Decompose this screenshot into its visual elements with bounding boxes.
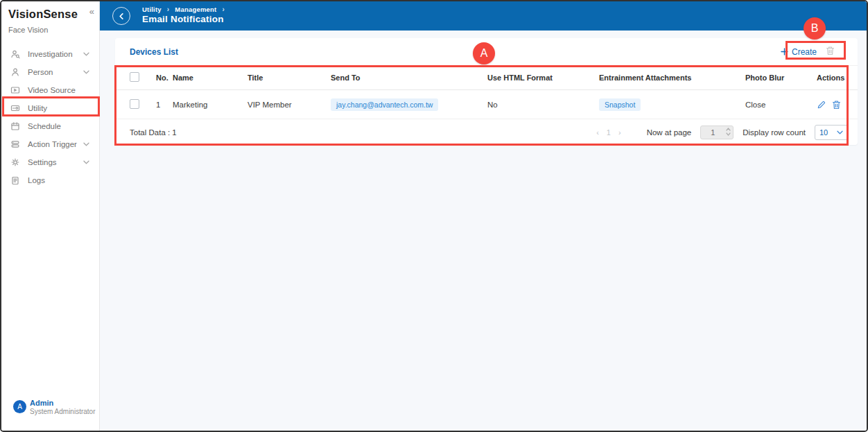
chevron-down-icon [83,142,89,146]
breadcrumb-management[interactable]: Management [175,6,216,13]
annotation-circle-a: A [473,42,495,64]
sidebar-item-label: Investigation [28,50,73,58]
breadcrumb-utility[interactable]: Utility [142,6,162,13]
sidebar-item-settings[interactable]: Settings [1,153,99,171]
card-title: Devices List [130,47,178,57]
table-header-row: No. Name Title Send To Use HTML Format E… [115,65,858,90]
main-area: Utility › Management › Email Notificatio… [100,1,867,431]
next-page-button[interactable]: › [618,128,621,137]
total-data-label: Total Data : 1 [130,128,177,137]
chevron-down-icon [83,52,89,56]
app-title: VisionSense [8,8,92,21]
chevron-down-icon [837,130,843,135]
user-role: System Administrator [30,408,95,415]
column-header-send-to: Send To [331,74,487,82]
create-button[interactable]: Create [781,47,817,57]
sidebar-item-schedule[interactable]: Schedule [1,117,99,135]
chevron-down-icon [83,70,89,74]
chevron-down-icon [83,160,89,164]
sidebar-item-investigation[interactable]: Investigation [1,45,99,63]
card-actions: Create [781,46,843,58]
entrainment-attachment-chip: Snapshot [599,98,641,111]
stepper-down-icon [726,132,731,136]
sidebar-item-label: Action Trigger [28,140,77,148]
select-all-checkbox[interactable] [130,72,139,82]
brand: VisionSense « Face Vision [1,1,99,34]
breadcrumb: Utility › Management › [142,6,225,13]
sidebar-item-logs[interactable]: Logs [1,171,99,189]
column-header-use-html-format: Use HTML Format [487,74,599,82]
app-subtitle: Face Vision [8,26,92,34]
logs-icon [10,175,21,186]
chevron-left-icon [118,12,125,20]
column-header-photo-blur: Photo Blur [745,74,817,82]
sidebar-item-utility[interactable]: Utility [1,99,99,117]
person-search-icon [10,49,21,60]
delete-icon[interactable] [832,100,841,110]
column-header-entrainment-attachments: Entrainment Attachments [599,74,745,82]
sidebar-nav: Investigation Person Video Source Utilit… [1,45,99,189]
column-header-name: Name [173,74,248,82]
delete-selected-button[interactable] [826,46,835,58]
avatar: A [13,400,26,413]
page-header: Utility › Management › Email Notificatio… [100,1,867,31]
plus-icon [781,48,788,55]
cell-no: 1 [156,101,173,109]
column-header-actions: Actions [817,74,845,82]
row-count-value: 10 [819,128,828,137]
breadcrumb-separator: › [167,6,170,13]
cell-use-html-format: No [487,101,599,109]
page-title: Email Notification [142,14,224,24]
trash-icon [826,46,835,55]
cell-name: Marketing [173,101,248,109]
row-checkbox[interactable] [130,99,139,109]
page-number[interactable]: 1 [607,128,611,137]
edit-icon[interactable] [817,100,826,110]
column-header-title: Title [248,74,331,82]
now-at-page-label: Now at page [647,128,692,137]
person-icon [10,67,21,78]
sidebar-item-person[interactable]: Person [1,63,99,81]
page-input-wrap [700,126,734,139]
sidebar-item-label: Video Source [28,86,76,94]
sidebar-item-label: Logs [28,176,45,184]
table-row: 1 Marketing VIP Member jay.chang@advante… [115,90,858,119]
user-name: Admin [30,399,53,407]
sidebar-item-label: Schedule [28,122,61,130]
cell-photo-blur: Close [745,101,817,109]
create-button-label: Create [792,47,817,57]
stepper-up-icon [726,128,731,131]
calendar-icon [10,121,21,132]
column-header-no: No. [156,74,173,82]
action-trigger-icon [10,139,21,150]
breadcrumb-separator: › [222,6,225,13]
sidebar-collapse-icon[interactable]: « [89,6,94,17]
display-row-count-label: Display row count [743,128,806,137]
row-count-select[interactable]: 10 [815,125,848,140]
user-panel[interactable]: A Admin System Administrator [1,399,99,424]
sidebar-item-label: Person [28,68,53,76]
page-stepper[interactable] [726,128,731,136]
annotation-circle-b: B [804,17,826,40]
sidebar-item-label: Settings [28,158,57,166]
send-to-email-chip[interactable]: jay.chang@advantech.com.tw [331,98,438,111]
video-source-icon [10,85,21,96]
back-button[interactable] [112,7,130,25]
prev-page-button[interactable]: ‹ [596,128,599,137]
cell-title: VIP Member [248,101,331,109]
utility-icon [10,103,21,114]
table-footer: Total Data : 1 ‹ 1 › Now at page Display… [115,119,858,145]
gear-icon [10,157,21,168]
sidebar: VisionSense « Face Vision Investigation … [1,1,100,431]
sidebar-item-action-trigger[interactable]: Action Trigger [1,135,99,153]
cell-actions [817,100,845,110]
pagination: ‹ 1 › [596,128,620,137]
sidebar-item-label: Utility [28,104,47,112]
sidebar-item-video-source[interactable]: Video Source [1,81,99,99]
